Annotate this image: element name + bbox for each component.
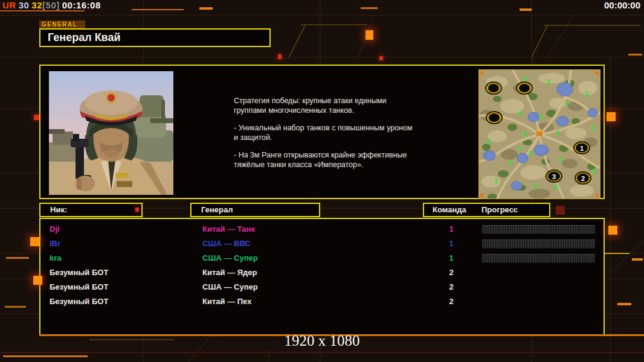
game-lobby-screen: UR3032[50]00:16:08 00:00:00 GENERAL Гене… — [0, 0, 644, 362]
player-progress-bar — [482, 254, 595, 263]
net-value: 32 — [31, 0, 42, 10]
decor-dash — [3, 355, 88, 357]
supply-mark: $ — [592, 168, 596, 175]
decor-dash — [199, 7, 213, 10]
position-label-3: 3 — [552, 173, 556, 180]
start-position-2: 2 — [575, 171, 591, 185]
column-header-progress: Прогресс — [481, 204, 518, 216]
player-row[interactable]: lBr США — ВВС 1 — [40, 237, 604, 251]
general-description: Стратегия победы: крупные атаки едиными … — [234, 96, 433, 170]
stat-u-label: UR — [2, 0, 16, 10]
supply-mark: $ — [547, 79, 550, 86]
player-nick: Безумный БОТ — [50, 268, 108, 277]
description-line: и защитой. — [234, 133, 433, 142]
supply-mark: $ — [524, 75, 528, 82]
player-list-panel: Dji Китай — Танк 1 lBr США — ВВС 1 kra С… — [39, 218, 605, 335]
player-general: США — Супер — [202, 253, 258, 262]
supply-mark: $ — [533, 183, 536, 189]
elapsed-time: 00:16:08 — [62, 0, 101, 10]
supply-mark: $ — [518, 110, 522, 117]
description-line: Стратегия победы: крупные атаки едиными — [234, 96, 433, 106]
player-progress-bar — [482, 225, 595, 234]
decor-dash — [632, 258, 643, 261]
player-nick: Безумный БОТ — [50, 282, 108, 291]
decor-square — [33, 276, 42, 285]
position-label-2: 2 — [581, 175, 585, 182]
supply-mark: $ — [487, 138, 491, 145]
description-line: - Уникальный набор танков с повышенным у… — [234, 123, 433, 133]
start-position-3: 3 — [546, 170, 562, 183]
general-info-panel: Стратегия победы: крупные атаки едиными … — [39, 65, 605, 199]
decor-square — [607, 112, 616, 121]
player-team: 1 — [444, 224, 459, 233]
column-header-team: Команда — [433, 204, 466, 216]
supply-mark: $ — [585, 91, 588, 98]
countdown-timer: 00:00:00 — [604, 0, 640, 10]
player-row[interactable]: Безумный БОТ Китай — Пех 2 — [40, 294, 604, 309]
player-team: 2 — [444, 268, 459, 277]
supply-mark: $ — [494, 178, 498, 185]
general-portrait — [49, 71, 173, 195]
supply-mark: $ — [591, 125, 594, 132]
player-general: США — Супер — [202, 282, 258, 291]
position-label-1: 1 — [580, 145, 584, 152]
supply-mark: $ — [539, 114, 543, 121]
supply-mark: $ — [556, 130, 559, 136]
player-rows: Dji Китай — Танк 1 lBr США — ВВС 1 kra С… — [40, 222, 604, 309]
description-line: тяжёлые танки класса «Император». — [234, 160, 433, 170]
supply-mark: $ — [559, 156, 562, 163]
player-team: 2 — [444, 282, 459, 291]
decor-square — [608, 226, 617, 235]
decor-dash — [520, 8, 532, 11]
player-nick: Безумный БОТ — [50, 297, 108, 306]
supply-mark: $ — [518, 145, 522, 152]
player-nick: kra — [50, 253, 62, 262]
player-team: 1 — [444, 253, 459, 262]
decor-red-square — [379, 56, 383, 60]
page-title: Генерал Квай — [39, 28, 271, 47]
general-tab: GENERAL — [39, 21, 85, 29]
session-stats: UR3032[50]00:16:08 — [2, 0, 103, 10]
player-team: 2 — [444, 297, 459, 306]
player-row[interactable]: Dji Китай — Танк 1 — [40, 222, 604, 237]
player-general: Китай — Ядер — [202, 268, 257, 277]
decor-square — [365, 30, 373, 40]
resolution-label: 1920 x 1080 — [0, 332, 644, 349]
description-line: группами многочисленных танков. — [234, 106, 433, 115]
player-progress-bar — [482, 240, 595, 249]
supply-mark: $ — [523, 131, 526, 138]
player-general: Китай — Пех — [202, 297, 251, 306]
decor-red-square — [135, 208, 139, 212]
decor-dash — [617, 303, 631, 305]
supply-mark: $ — [554, 184, 558, 191]
supply-mark: $ — [529, 150, 532, 157]
supply-mark: $ — [509, 160, 512, 167]
decor-dash — [5, 306, 26, 308]
map-preview[interactable]: $ $ $ $ $ $ $ $ $ $ $ $ $ $ $ $ $ $ $ — [478, 69, 601, 199]
frame-rate-value: 30 — [19, 0, 30, 10]
supply-mark: $ — [565, 101, 568, 107]
player-general: США — ВВС — [202, 239, 251, 248]
description-line: - На 3м Ранге открываются крайне эффекти… — [234, 150, 433, 160]
column-header-team-progress: Команда Прогресс — [423, 203, 550, 217]
player-row[interactable]: Безумный БОТ США — Супер 2 — [40, 280, 604, 294]
decor-dash — [361, 7, 378, 9]
decor-red-square — [278, 54, 282, 59]
player-team: 1 — [444, 239, 459, 248]
column-header-nick: Ник: — [39, 203, 143, 217]
player-row[interactable]: Безумный БОТ Китай — Ядер 2 — [40, 265, 604, 280]
topbar-underline — [0, 10, 85, 11]
player-row[interactable]: kra США — Супер 1 — [40, 251, 604, 265]
decor-darkred-square — [556, 206, 565, 215]
topbar-line-segment — [132, 9, 184, 10]
decor-square — [30, 237, 39, 246]
player-general: Китай — Танк — [202, 224, 255, 233]
start-position-1: 1 — [573, 141, 590, 154]
decor-red-square — [34, 115, 39, 120]
column-header-general: Генерал — [190, 203, 320, 217]
decor-dash — [628, 54, 642, 56]
net-cap-value: [50] — [42, 0, 60, 10]
player-nick: Dji — [50, 224, 60, 233]
player-nick: lBr — [50, 239, 60, 248]
decor-dash — [6, 257, 29, 259]
